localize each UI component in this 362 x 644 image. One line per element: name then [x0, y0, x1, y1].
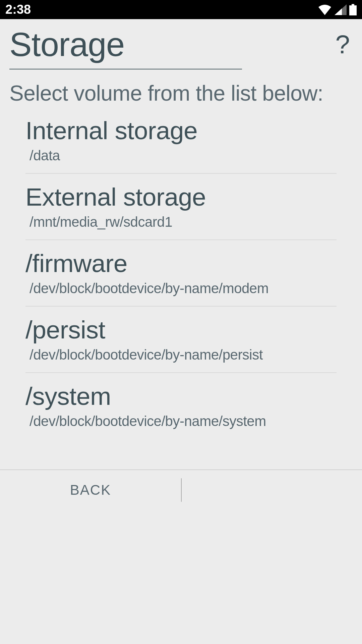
volume-title: /persist [25, 315, 337, 345]
page-title: Storage [9, 26, 336, 63]
volume-title: External storage [25, 182, 337, 212]
header: Storage ? [0, 19, 362, 69]
wifi-icon [318, 4, 332, 15]
volume-item-system[interactable]: /system /dev/block/bootdevice/by-name/sy… [25, 373, 337, 439]
footer-bar: BACK [0, 470, 362, 510]
back-button[interactable]: BACK [0, 482, 181, 498]
volume-list: Internal storage /data External storage … [0, 107, 362, 439]
volume-title: /firmware [25, 248, 337, 278]
volume-item-persist[interactable]: /persist /dev/block/bootdevice/by-name/p… [25, 307, 337, 372]
svg-rect-1 [349, 5, 357, 15]
status-icons [318, 4, 357, 15]
footer-separator [181, 478, 182, 502]
volume-item-internal[interactable]: Internal storage /data [25, 107, 337, 173]
volume-path: /data [25, 148, 337, 164]
cellular-icon [335, 4, 347, 15]
volume-item-firmware[interactable]: /firmware /dev/block/bootdevice/by-name/… [25, 240, 337, 306]
help-icon[interactable]: ? [336, 29, 350, 60]
volume-path: /dev/block/bootdevice/by-name/system [25, 413, 337, 429]
status-time: 2:38 [5, 2, 31, 17]
volume-item-external[interactable]: External storage /mnt/media_rw/sdcard1 [25, 174, 337, 239]
status-bar: 2:38 [0, 0, 362, 19]
volume-title: Internal storage [25, 115, 337, 146]
volume-path: /dev/block/bootdevice/by-name/persist [25, 347, 337, 363]
volume-title: /system [25, 381, 337, 411]
svg-rect-0 [352, 4, 354, 5]
title-underline [9, 69, 242, 69]
volume-path: /mnt/media_rw/sdcard1 [25, 214, 337, 230]
page-subtitle: Select volume from the list below: [0, 69, 362, 107]
battery-icon [349, 4, 357, 15]
volume-path: /dev/block/bootdevice/by-name/modem [25, 280, 337, 297]
